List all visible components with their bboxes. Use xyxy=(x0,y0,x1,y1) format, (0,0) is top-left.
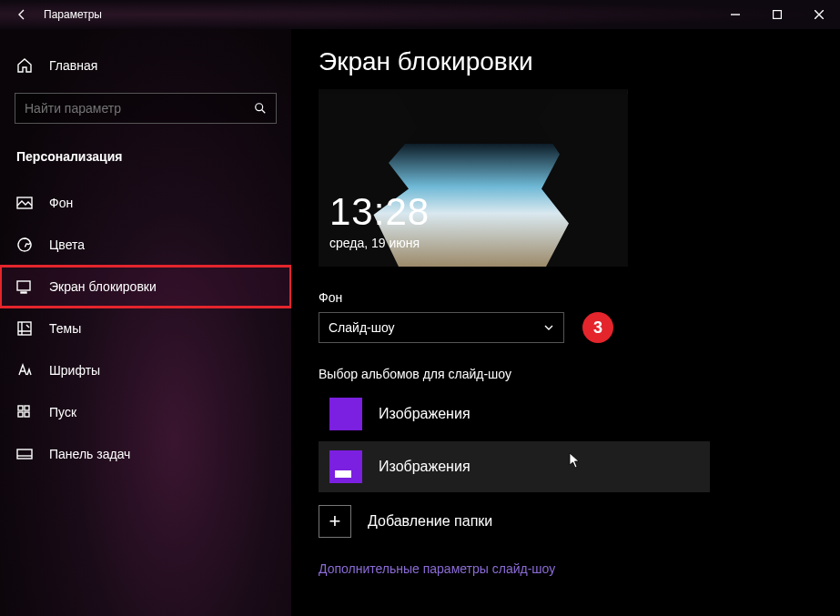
sidebar-item-label: Цвета xyxy=(49,237,85,252)
folder-thumb-icon xyxy=(329,398,362,430)
body: Главная Персонализация Фон Цвета Экран б… xyxy=(0,29,840,616)
themes-icon xyxy=(16,320,33,337)
lock-screen-icon xyxy=(16,278,33,295)
add-folder-label: Добавление папки xyxy=(368,513,492,530)
more-options-link[interactable]: Дополнительные параметры слайд-шоу xyxy=(319,561,813,576)
arrow-left-icon xyxy=(15,7,29,22)
window-controls xyxy=(714,0,840,29)
preview-decoration xyxy=(537,94,628,267)
album-item[interactable]: Изображения xyxy=(319,441,710,492)
maximize-button[interactable] xyxy=(756,0,798,29)
nav-list: Фон Цвета Экран блокировки Темы Шрифты П… xyxy=(0,182,291,475)
taskbar-icon xyxy=(16,446,33,462)
svg-rect-6 xyxy=(18,406,23,410)
select-value: Слайд-шоу xyxy=(329,320,395,335)
preview-clock: 13:28 среда, 19 июня xyxy=(329,190,430,250)
sidebar-item-start[interactable]: Пуск xyxy=(0,391,291,433)
plus-icon: + xyxy=(319,505,351,538)
minimize-icon xyxy=(731,10,740,19)
sidebar-item-label: Фон xyxy=(49,196,73,210)
minimize-button[interactable] xyxy=(714,0,756,29)
home-link[interactable]: Главная xyxy=(0,47,291,84)
sidebar-item-label: Темы xyxy=(49,321,81,336)
sidebar-item-background[interactable]: Фон xyxy=(0,182,291,224)
add-folder-button[interactable]: + Добавление папки xyxy=(319,505,813,538)
sidebar-item-label: Пуск xyxy=(49,405,76,419)
preview-time: 13:28 xyxy=(329,190,430,234)
svg-rect-10 xyxy=(17,449,32,459)
sidebar-item-label: Экран блокировки xyxy=(49,279,157,294)
picture-icon xyxy=(16,195,33,211)
background-label: Фон xyxy=(319,290,813,305)
svg-rect-8 xyxy=(18,412,23,417)
search-icon xyxy=(254,102,267,115)
album-label: Изображения xyxy=(379,406,471,422)
sidebar-item-label: Панель задач xyxy=(49,447,130,461)
svg-point-1 xyxy=(256,104,263,111)
sidebar-item-lock-screen[interactable]: Экран блокировки xyxy=(0,266,291,308)
window-title: Параметры xyxy=(44,8,714,21)
svg-rect-3 xyxy=(17,281,30,290)
annotation-badge: 3 xyxy=(582,312,613,343)
close-icon xyxy=(815,10,824,19)
preview-date: среда, 19 июня xyxy=(329,236,430,250)
start-icon xyxy=(16,404,33,420)
search-box[interactable] xyxy=(15,93,277,124)
fonts-icon xyxy=(16,362,33,379)
sidebar: Главная Персонализация Фон Цвета Экран б… xyxy=(0,29,291,616)
page-title: Экран блокировки xyxy=(319,47,813,76)
folder-thumb-icon xyxy=(329,450,362,483)
content: Экран блокировки 13:28 среда, 19 июня Фо… xyxy=(291,29,840,616)
back-button[interactable] xyxy=(0,0,44,29)
svg-rect-7 xyxy=(25,406,29,410)
albums-label: Выбор альбомов для слайд-шоу xyxy=(319,367,813,381)
close-button[interactable] xyxy=(798,0,840,29)
svg-rect-0 xyxy=(774,11,782,19)
album-item[interactable]: Изображения xyxy=(319,389,710,439)
home-icon xyxy=(16,57,33,74)
search-input[interactable] xyxy=(25,101,254,116)
background-select[interactable]: Слайд-шоу xyxy=(319,312,564,343)
svg-rect-9 xyxy=(25,412,29,417)
palette-icon xyxy=(16,237,33,253)
section-label: Персонализация xyxy=(0,133,291,173)
titlebar: Параметры xyxy=(0,0,840,29)
lock-screen-preview: 13:28 среда, 19 июня xyxy=(319,89,628,267)
sidebar-item-colors[interactable]: Цвета xyxy=(0,224,291,266)
chevron-down-icon xyxy=(543,322,554,333)
sidebar-item-themes[interactable]: Темы xyxy=(0,308,291,349)
home-label: Главная xyxy=(49,58,97,73)
svg-rect-4 xyxy=(21,292,26,293)
svg-rect-5 xyxy=(18,322,31,335)
cursor-icon xyxy=(569,452,582,469)
sidebar-item-label: Шрифты xyxy=(49,363,100,378)
sidebar-item-fonts[interactable]: Шрифты xyxy=(0,349,291,391)
maximize-icon xyxy=(773,10,782,19)
background-row: Слайд-шоу 3 xyxy=(319,312,813,343)
sidebar-item-taskbar[interactable]: Панель задач xyxy=(0,433,291,475)
album-label: Изображения xyxy=(379,459,471,475)
